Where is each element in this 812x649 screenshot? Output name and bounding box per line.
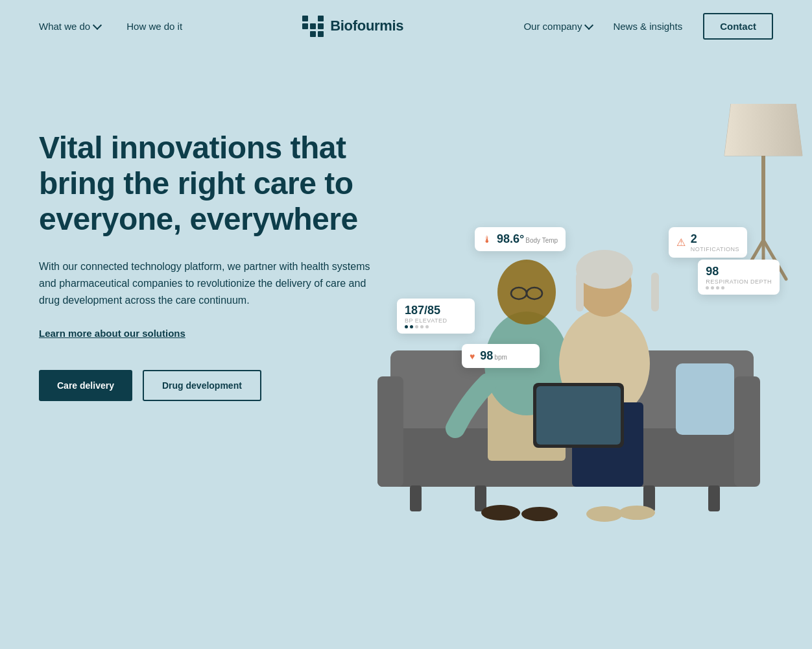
thermometer-icon: 🌡	[483, 234, 492, 245]
heart-unit: bpm	[494, 354, 507, 361]
svg-rect-28	[536, 386, 621, 445]
navigation: What we do How we do it Biofourmis Our c…	[0, 0, 812, 52]
chevron-down-icon	[93, 20, 102, 29]
resp-value: 98	[706, 265, 772, 278]
heart-data-card: ♥ 98 bpm	[462, 344, 540, 368]
heart-icon: ♥	[470, 351, 475, 361]
couple-scene-svg	[371, 130, 773, 571]
svg-point-30	[521, 507, 558, 521]
contact-button[interactable]: Contact	[703, 13, 773, 40]
notif-data-card: ⚠ 2 Notifications	[669, 227, 747, 258]
logo-grid-icon	[302, 16, 324, 37]
logo-dot	[302, 23, 308, 29]
svg-point-31	[586, 506, 623, 522]
nav-news-insights[interactable]: News & insights	[613, 21, 682, 32]
nav-our-company[interactable]: Our company	[523, 21, 592, 32]
svg-rect-11	[708, 485, 720, 511]
hero-title: Vital innovations that bring the right c…	[39, 130, 428, 238]
svg-point-24	[576, 250, 633, 289]
svg-rect-9	[734, 376, 760, 487]
nav-left: What we do How we do it	[39, 21, 182, 32]
temp-unit: Body Temp	[525, 237, 558, 244]
svg-point-32	[619, 506, 655, 520]
logo-dot	[318, 23, 324, 29]
alert-icon: ⚠	[676, 236, 686, 249]
logo-dot	[318, 16, 324, 21]
svg-rect-25	[576, 273, 584, 312]
hero-description: With our connected technology platform, …	[39, 258, 376, 310]
resp-data-card: 98 Respiration Depth	[698, 260, 780, 295]
logo-dot	[310, 16, 316, 21]
resp-label: Respiration Depth	[706, 278, 772, 285]
hero-buttons: Care delivery Drug development	[39, 370, 428, 401]
nav-how-we-do-it[interactable]: How we do it	[126, 21, 182, 32]
care-delivery-button[interactable]: Care delivery	[39, 370, 132, 401]
hero-section: Vital innovations that bring the right c…	[0, 52, 812, 610]
drug-development-button[interactable]: Drug development	[143, 370, 261, 401]
nav-what-we-do[interactable]: What we do	[39, 21, 101, 32]
logo-dot	[310, 23, 316, 29]
logo-dot	[318, 31, 324, 37]
logo-dot	[302, 16, 308, 21]
notif-value: 2	[691, 232, 739, 246]
notif-label: Notifications	[691, 246, 739, 252]
temp-data-card: 🌡 98.6° Body Temp	[475, 227, 566, 251]
svg-rect-26	[651, 273, 659, 312]
svg-rect-12	[475, 485, 486, 511]
nav-right: Our company News & insights Contact	[523, 13, 773, 40]
logo-dot	[310, 31, 316, 37]
chevron-down-icon	[584, 20, 593, 29]
learn-more-link[interactable]: Learn more about our solutions	[39, 328, 185, 339]
svg-point-29	[481, 505, 520, 520]
logo[interactable]: Biofourmis	[302, 16, 403, 37]
svg-rect-14	[676, 363, 734, 435]
logo-text: Biofourmis	[330, 18, 403, 34]
logo-dot	[302, 31, 308, 37]
temp-value: 98.6°	[497, 232, 524, 246]
resp-dots	[706, 286, 772, 289]
hero-content: Vital innovations that bring the right c…	[39, 104, 428, 401]
heart-value: 98	[480, 349, 493, 363]
svg-rect-10	[410, 485, 422, 511]
